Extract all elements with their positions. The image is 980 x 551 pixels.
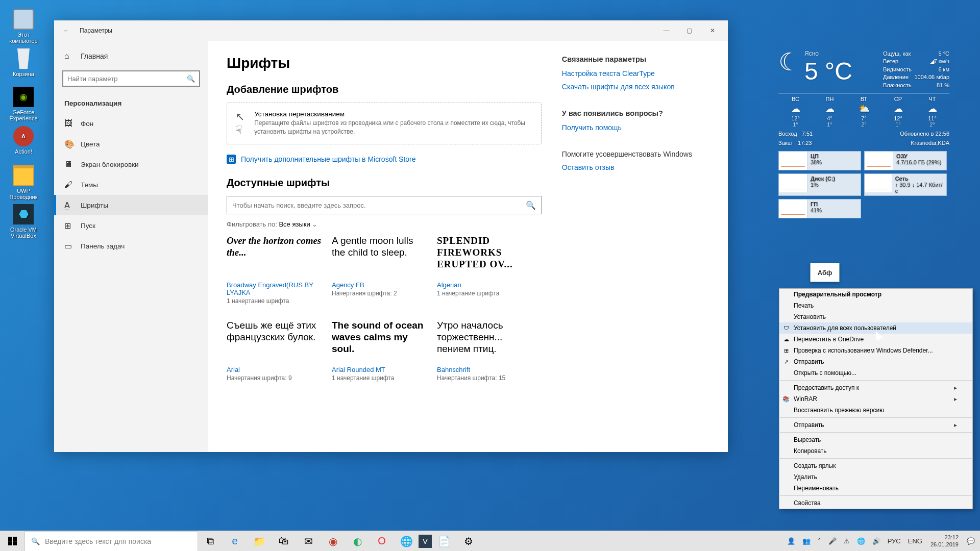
- ctx-print[interactable]: Печать: [779, 300, 972, 311]
- forecast-day: ПН☁4°1°: [813, 96, 847, 128]
- tray-user-icon[interactable]: 👤: [784, 537, 798, 545]
- sidebar-item-taskbar[interactable]: ▭Панель задач: [54, 236, 208, 256]
- sidebar-home[interactable]: ⌂Главная: [54, 46, 208, 66]
- taskbar-edge[interactable]: e: [223, 531, 247, 552]
- tray-chevron-up-icon[interactable]: ˄: [815, 537, 824, 545]
- geforce-icon: ◉: [13, 87, 34, 107]
- ctx-shortcut[interactable]: Создать ярлык: [779, 460, 972, 471]
- ctx-copy[interactable]: Копировать: [779, 445, 972, 457]
- desktop-icon-action[interactable]: AAction!: [4, 126, 43, 155]
- perf-cpu: ЦП38%: [778, 151, 861, 170]
- font-card[interactable]: Съешь же ещё этих французских булок. Ari…: [227, 320, 324, 382]
- settings-window: ← Параметры — ▢ ✕ ⌂Главная 🔍 Персонализа…: [54, 20, 728, 452]
- lock-icon: 🖥: [64, 160, 74, 169]
- font-card[interactable]: Утро началось торжественн... пением птиц…: [437, 320, 534, 382]
- sidebar-item-themes[interactable]: 🖌Темы: [54, 174, 208, 195]
- tray-volume-icon[interactable]: 🔊: [869, 537, 884, 545]
- ctx-rename[interactable]: Переименовать: [779, 483, 972, 494]
- taskbar-app-green[interactable]: ◐: [345, 531, 370, 552]
- feedback-link[interactable]: Оставить отзыв: [562, 163, 709, 171]
- sidebar-item-background[interactable]: 🖼Фон: [54, 113, 208, 134]
- ctx-restore[interactable]: Восстановить прежнюю версию: [779, 405, 972, 416]
- taskbar-explorer[interactable]: 📁: [247, 531, 272, 552]
- ctx-defender[interactable]: ⊞Проверка с использованием Windows Defen…: [779, 345, 972, 356]
- desktop-icon-label: UWP Проводник: [9, 188, 37, 200]
- desktop-icon-label: Корзина: [13, 71, 34, 77]
- ctx-install[interactable]: Установить: [779, 311, 972, 322]
- ctx-preview[interactable]: Предварительный просмотр: [779, 289, 972, 300]
- search-settings[interactable]: 🔍: [62, 70, 200, 87]
- forecast-day: ВТ⛅7°2°: [847, 96, 881, 128]
- font-card[interactable]: The sound of ocean waves calms my soul. …: [332, 320, 429, 382]
- taskbar-mail[interactable]: ✉: [296, 531, 321, 552]
- font-meta: Начертания шрифта: 2: [332, 290, 429, 297]
- ctx-sendto[interactable]: Отправить▸: [779, 419, 972, 431]
- font-card[interactable]: SPLENDID FIREWORKS ERUPTED OV... Algeria…: [437, 235, 534, 305]
- font-dropzone[interactable]: ↖☟ Установка перетаскиванием Перетащите …: [227, 103, 542, 144]
- tray-warning-icon[interactable]: ⚠: [841, 537, 853, 545]
- task-view-button[interactable]: ⧉: [198, 531, 223, 552]
- taskbar-search[interactable]: 🔍Введите здесь текст для поиска: [24, 531, 198, 552]
- tray-people-icon[interactable]: 👥: [799, 537, 814, 545]
- cleartype-link[interactable]: Настройка текста ClearType: [562, 69, 709, 78]
- tray-notifications-icon[interactable]: 💬: [964, 537, 978, 545]
- close-button[interactable]: ✕: [701, 22, 724, 39]
- desktop-icon-recycle[interactable]: Корзина: [4, 48, 43, 77]
- ctx-properties[interactable]: Свойства: [779, 497, 972, 509]
- taskbar-opera[interactable]: O: [370, 531, 394, 552]
- desktop-icon-computer[interactable]: Этот компьютер: [4, 9, 43, 44]
- forecast-day: СР☁12°1°: [881, 96, 915, 128]
- sidebar-item-start[interactable]: ⊞Пуск: [54, 215, 208, 236]
- ctx-delete[interactable]: Удалить: [779, 471, 972, 483]
- font-name: Bahnschrift: [437, 366, 534, 373]
- sidebar-item-fonts[interactable]: A̲Шрифты: [54, 195, 208, 215]
- desktop-icon-uwp[interactable]: UWP Проводник: [4, 165, 43, 200]
- tray-network-icon[interactable]: 🌐: [854, 537, 868, 545]
- taskbar-notepad[interactable]: 📄: [432, 531, 456, 552]
- minimize-button[interactable]: —: [655, 22, 678, 39]
- weather-location: Krasnodar,KDA: [911, 140, 949, 146]
- ms-store-link[interactable]: ⊞ Получить дополнительные шрифты в Micro…: [227, 155, 542, 164]
- maximize-button[interactable]: ▢: [678, 22, 701, 39]
- ctx-access[interactable]: Предоставить доступ к▸: [779, 382, 972, 393]
- taskbar-settings[interactable]: ⚙: [456, 531, 481, 552]
- taskbar-app-v[interactable]: V: [419, 535, 432, 548]
- taskbar-store[interactable]: 🛍: [272, 531, 296, 552]
- desktop-icon-geforce[interactable]: ◉GeForce Experience: [4, 87, 43, 121]
- filter-row[interactable]: Фильтровать по: Все языки ⌄: [227, 220, 542, 228]
- search-icon: 🔍: [187, 75, 195, 83]
- start-button[interactable]: [0, 531, 24, 552]
- windows-logo-icon: [8, 537, 17, 545]
- ctx-openwith[interactable]: Открыть с помощью...: [779, 367, 972, 379]
- tray-clock[interactable]: 23:1226.01.2019: [926, 534, 963, 547]
- chevron-down-icon: ⌄: [312, 220, 317, 228]
- download-fonts-link[interactable]: Скачать шрифты для всех языков: [562, 83, 709, 91]
- desktop-icon-label: Action!: [15, 148, 32, 155]
- tray-lang1[interactable]: РУС: [885, 537, 904, 545]
- font-search[interactable]: 🔍: [227, 196, 542, 214]
- back-button[interactable]: ←: [58, 27, 75, 34]
- ctx-cut[interactable]: Вырезать: [779, 434, 972, 445]
- sidebar-label: Фон: [81, 120, 93, 128]
- font-search-input[interactable]: [232, 202, 526, 209]
- perf-net: Сеть↑ 30.9 ↓ 14.7 Кбит/с: [864, 173, 947, 196]
- moon-icon: ☾: [778, 50, 800, 89]
- font-card[interactable]: A gentle moon lulls the child to sleep. …: [332, 235, 429, 305]
- font-name: Arial Rounded MT: [332, 366, 429, 373]
- sidebar-label: Экран блокировки: [81, 161, 139, 168]
- ctx-winrar[interactable]: 📚WinRAR▸: [779, 393, 972, 405]
- sidebar-item-lockscreen[interactable]: 🖥Экран блокировки: [54, 154, 208, 174]
- font-card[interactable]: Over the horizon comes the... Broadway E…: [227, 235, 324, 305]
- taskbar-chrome[interactable]: 🌐: [394, 531, 419, 552]
- tray-mic-icon[interactable]: 🎤: [825, 537, 840, 545]
- search-input[interactable]: [67, 75, 187, 83]
- tray-lang2[interactable]: ENG: [905, 537, 925, 545]
- font-file-thumbnail[interactable]: Абф: [810, 263, 840, 282]
- get-help-link[interactable]: Получить помощь: [562, 123, 709, 132]
- ctx-share[interactable]: ↗Отправить: [779, 356, 972, 367]
- taskbar-icon: ▭: [64, 241, 74, 251]
- taskbar-app-a[interactable]: ◉: [321, 531, 345, 552]
- sidebar-item-colors[interactable]: 🎨Цвета: [54, 134, 208, 154]
- start-icon: ⊞: [64, 221, 74, 231]
- desktop-icon-virtualbox[interactable]: ⬣Oracle VM VirtualBox: [4, 204, 43, 239]
